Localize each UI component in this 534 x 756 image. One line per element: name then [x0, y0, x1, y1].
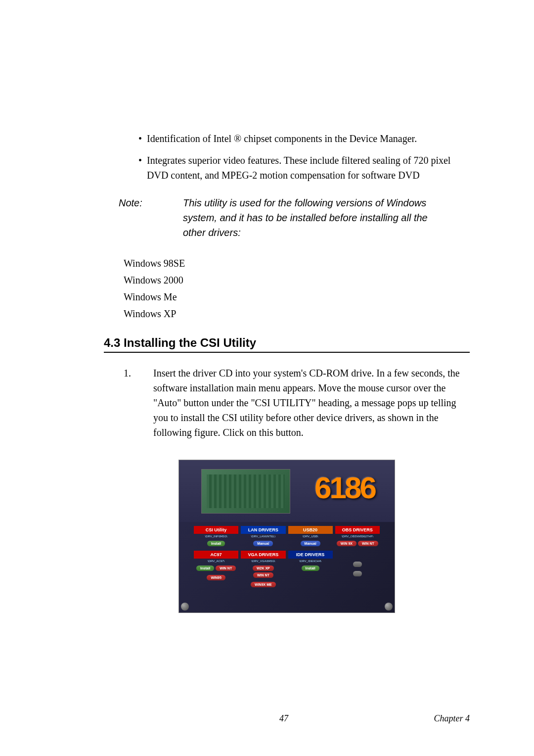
section-heading: 4.3 Installing the CSI Utility: [104, 336, 470, 350]
win9x-button[interactable]: WIN 9X: [337, 541, 356, 546]
note-text: This utility is used for the following v…: [183, 195, 470, 240]
bullet-item: • Integrates superior video features. Th…: [138, 153, 470, 183]
os-item: Windows 2000: [124, 272, 470, 288]
bullet-text: Integrates superior video features. Thes…: [147, 153, 470, 183]
panel-title: VGA DRIVERS: [241, 551, 285, 559]
bullet-dot: •: [138, 131, 142, 146]
numbered-step: 1. Insert the driver CD into your system…: [124, 366, 470, 440]
page-footer: 47 Chapter 4: [104, 713, 470, 724]
installer-panels: CSI Utility \DRV_INF\845G\ Install LAN D…: [179, 522, 395, 593]
panel-path: \DRV_OBS\W83627HF\: [335, 534, 380, 539]
bullet-dot: •: [138, 153, 142, 183]
panel-obs: OBS DRIVERS \DRV_OBS\W83627HF\ WIN 9X WI…: [335, 526, 380, 548]
page-number: 47: [279, 713, 288, 724]
panel-path: \DRV_IDE\ICH4\: [288, 559, 333, 564]
winnt-button[interactable]: WIN NT: [216, 566, 236, 571]
board-image: [201, 469, 290, 514]
heading-divider: [104, 352, 470, 353]
install-button[interactable]: Install: [302, 566, 319, 571]
install-button[interactable]: Install: [196, 566, 214, 571]
corner-decoration: [181, 603, 189, 611]
manual-button[interactable]: Manual: [253, 541, 273, 546]
corner-decoration: [385, 603, 393, 611]
manual-button[interactable]: Manual: [301, 541, 320, 546]
install-button[interactable]: Install: [207, 541, 225, 546]
panel-title: OBS DRIVERS: [335, 526, 380, 534]
bullet-text: Identification of Intel ® chipset compon…: [147, 131, 470, 146]
panel-title: LAN DRIVERS: [241, 526, 285, 534]
step-number: 1.: [124, 366, 153, 440]
win9xme-button[interactable]: WIN9X ME: [251, 582, 276, 587]
w2kxp-button[interactable]: W2K XP: [253, 566, 274, 571]
help-button[interactable]: [353, 562, 362, 567]
panel-title: USB20: [288, 526, 333, 534]
panel-blank: [335, 551, 380, 589]
panel-path: \DRV_USB\: [288, 534, 333, 539]
panel-ide: IDE DRIVERS \DRV_IDE\ICH4\ Install: [288, 551, 333, 589]
note-label: Note:: [119, 195, 183, 240]
note-row: Note: This utility is used for the follo…: [119, 195, 470, 240]
panel-path: \DRV_AC97\: [194, 559, 238, 564]
exit-button[interactable]: [353, 571, 362, 576]
installer-header: 6186: [179, 460, 395, 522]
step-text: Insert the driver CD into your system's …: [153, 366, 470, 440]
panel-title: AC97: [194, 551, 238, 559]
os-item: Windows Me: [124, 288, 470, 305]
panel-path: \DRV_INF\845G\: [194, 534, 238, 539]
panel-vga: VGA DRIVERS \DRV_VGA\845G\ W2K XP WIN NT…: [241, 551, 285, 589]
os-item: Windows XP: [124, 305, 470, 322]
installer-logo: 6186: [314, 470, 375, 505]
bullet-list: • Identification of Intel ® chipset comp…: [138, 131, 470, 183]
bullet-item: • Identification of Intel ® chipset comp…: [138, 131, 470, 146]
panel-title: IDE DRIVERS: [288, 551, 333, 559]
os-list: Windows 98SE Windows 2000 Windows Me Win…: [124, 255, 470, 322]
winnt-button[interactable]: WIN NT: [358, 541, 378, 546]
os-item: Windows 98SE: [124, 255, 470, 272]
panel-lan: LAN DRIVERS \DRV_LAN\INTEL\ Manual: [241, 526, 285, 548]
panel-usb: USB20 \DRV_USB\ Manual: [288, 526, 333, 548]
panel-csi: CSI Utility \DRV_INF\845G\ Install: [194, 526, 238, 548]
win95-button[interactable]: WIN95: [207, 575, 225, 580]
winnt-button[interactable]: WIN NT: [253, 572, 273, 578]
chapter-label: Chapter 4: [434, 713, 470, 724]
panel-path: \DRV_VGA\845G\: [241, 559, 285, 564]
panel-path: \DRV_LAN\INTEL\: [241, 534, 285, 539]
panel-ac97: AC97 \DRV_AC97\ Install WIN NT WIN95: [194, 551, 238, 589]
panel-title: CSI Utility: [194, 526, 238, 534]
installer-screenshot: 6186 CSI Utility \DRV_INF\845G\ Install …: [178, 460, 395, 613]
